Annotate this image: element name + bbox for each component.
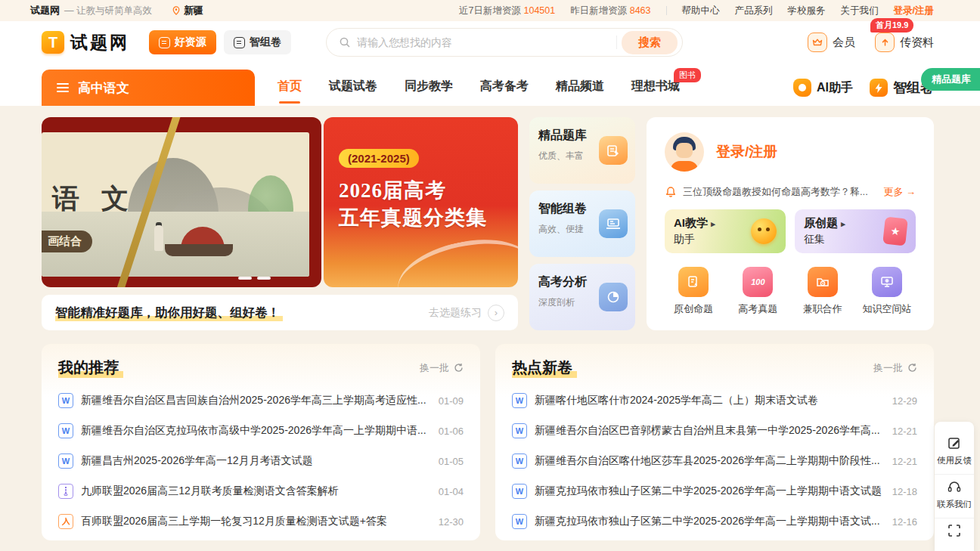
parttime-folder-clock-icon bbox=[808, 267, 838, 297]
section-my-recommendations: 我的推荐 换一批 W 新疆维吾尔自治区昌吉回族自治州2025-2026学年高三上… bbox=[42, 344, 480, 540]
premium-bank-corner-badge[interactable]: 精品题库 bbox=[921, 68, 980, 91]
member-button[interactable]: 会员 bbox=[808, 33, 855, 52]
section-hot-new-papers: 热点新卷 换一批 W 新疆喀什地区喀什市2024-2025学年高二（上）期末语文… bbox=[495, 344, 934, 540]
word-doc-icon: W bbox=[58, 423, 73, 438]
card-smart-paper[interactable]: 智能组卷 高效、便捷 bbox=[529, 190, 635, 257]
list-item[interactable]: 九师联盟2026届高三12月联考质量检测语文含答案解析 01-04 bbox=[58, 476, 464, 506]
login-register-button[interactable]: 登录/注册 bbox=[716, 142, 777, 162]
site-brand: 试题网 bbox=[30, 4, 60, 17]
card-gaokao-analysis[interactable]: 高考分析 深度剖析 bbox=[529, 264, 635, 330]
topbar-login-link[interactable]: 登录/注册 bbox=[894, 5, 934, 17]
promo-text: 智能精准好题库，助你用好题、组好卷！ bbox=[55, 305, 283, 321]
link-help-center[interactable]: 帮助中心 bbox=[682, 5, 720, 17]
nav-tabs: 首页 试题试卷 同步教学 高考备考 精品频道 理想书城图书 bbox=[278, 70, 680, 106]
quicklink-parttime[interactable]: 兼职合作 bbox=[795, 267, 850, 316]
list-item[interactable]: 百师联盟2026届高三上学期一轮复习12月质量检测语文试题+答案 12-30 bbox=[58, 506, 464, 537]
banner-carousel[interactable]: 语 文 画结合 (2021-2025) 2026届高考 五年真题分类集 bbox=[42, 117, 518, 287]
topbar: 试题网 — 让教与研简单高效 新疆 近7日新增资源 104501 昨日新增资源 … bbox=[0, 0, 980, 21]
knowledge-station-monitor-icon bbox=[872, 267, 902, 297]
list-item[interactable]: W 新疆喀什地区喀什市2024-2025学年高二（上）期末语文试卷 12-29 bbox=[512, 385, 917, 416]
feedback-pencil-icon bbox=[947, 435, 962, 450]
notice-bar[interactable]: 三位顶级命题教授如何命题高考数学？释... 更多 → bbox=[665, 185, 916, 199]
ai-mascot-icon bbox=[751, 218, 777, 244]
tab-home[interactable]: 首页 bbox=[278, 79, 302, 98]
word-doc-icon: W bbox=[512, 484, 527, 499]
headset-icon bbox=[947, 479, 962, 494]
list-item[interactable]: W 新疆昌吉州2025-2026学年高一12月月考语文试题 01-05 bbox=[58, 446, 464, 476]
banner-slide-gaokao[interactable]: (2021-2025) 2026届高考 五年真题分类集 bbox=[324, 117, 518, 287]
avatar[interactable] bbox=[665, 132, 704, 172]
tab-papers[interactable]: 试题试卷 bbox=[329, 79, 377, 98]
triangle-right-icon: ▸ bbox=[841, 219, 845, 228]
contact-us-button[interactable]: 联系我们 bbox=[935, 474, 974, 518]
list-item[interactable]: W 新疆维吾尔自治区昌吉回族自治州2025-2026学年高三上学期高考适应性..… bbox=[58, 385, 464, 416]
refresh-batch-button[interactable]: 换一批 bbox=[873, 361, 917, 375]
list-item[interactable]: W 新疆维吾尔自治区巴音郭楞蒙古自治州且末县第一中学2025-2026学年高..… bbox=[512, 416, 917, 446]
location-selector[interactable]: 新疆 bbox=[172, 4, 203, 17]
banner-slide-chinese[interactable]: 语 文 画结合 bbox=[42, 117, 321, 287]
ai-assistant-button[interactable]: AI助手 bbox=[793, 79, 853, 97]
star-book-icon: ★ bbox=[882, 217, 908, 246]
banner-tagline-badge: 画结合 bbox=[42, 231, 92, 252]
word-doc-icon: W bbox=[512, 514, 527, 529]
stat-yesterday: 昨日新增资源 8463 bbox=[570, 5, 650, 17]
good-resource-button[interactable]: 好资源 bbox=[149, 30, 216, 54]
word-doc-icon: W bbox=[58, 453, 73, 469]
upload-material-button[interactable]: 首月19.9 传资料 bbox=[875, 33, 934, 52]
main-content: 语 文 画结合 (2021-2025) 2026届高考 五年真题分类集 智能精准… bbox=[42, 117, 934, 540]
floating-sidebar: 使用反馈 联系我们 bbox=[935, 422, 974, 551]
question-bank-icon bbox=[599, 136, 628, 165]
notice-more-link[interactable]: 更多 → bbox=[883, 185, 916, 199]
link-school-service[interactable]: 学校服务 bbox=[788, 5, 826, 17]
card-premium-bank[interactable]: 精品题库 优质、丰富 bbox=[529, 117, 635, 184]
refresh-batch-button[interactable]: 换一批 bbox=[420, 361, 464, 375]
search-input[interactable] bbox=[357, 36, 616, 48]
link-product-series[interactable]: 产品系列 bbox=[735, 5, 773, 17]
chevron-right-icon: › bbox=[488, 305, 504, 321]
arrow-right-icon: → bbox=[906, 186, 916, 197]
stat-7days: 近7日新增资源 104501 bbox=[459, 5, 555, 17]
tab-book-city[interactable]: 理想书城图书 bbox=[631, 79, 680, 98]
notice-text: 三位顶级命题教授如何命题高考数学？释... bbox=[683, 185, 877, 199]
tab-gaokao-prep[interactable]: 高考备考 bbox=[480, 79, 529, 98]
quicklink-original-question[interactable]: 原创命题 bbox=[666, 267, 721, 316]
list-item[interactable]: W 新疆克拉玛依市独山子区第二中学2025-2026学年高一上学期期中语文试..… bbox=[512, 506, 917, 537]
carousel-indicators[interactable] bbox=[238, 277, 271, 280]
original-question-card[interactable]: 原创题 ▸ 征集 ★ bbox=[795, 209, 916, 253]
go-practice-link[interactable]: 去选题练习 › bbox=[429, 305, 504, 321]
feedback-button[interactable]: 使用反馈 bbox=[937, 431, 972, 474]
divider bbox=[616, 36, 617, 49]
logo-text: 试题网 bbox=[70, 31, 129, 54]
crown-icon bbox=[808, 33, 827, 52]
section-title: 我的推荐 bbox=[58, 358, 123, 378]
gaokao-paper-100-icon: 100 bbox=[743, 267, 773, 297]
search-button[interactable]: 搜索 bbox=[622, 31, 678, 54]
site-logo[interactable]: T 试题网 bbox=[42, 31, 129, 54]
list-item[interactable]: W 新疆维吾尔自治区喀什地区莎车县2025-2026学年高二上学期期中阶段性..… bbox=[512, 446, 917, 476]
list-item[interactable]: W 新疆维吾尔自治区克拉玛依市高级中学2025-2026学年高一上学期期中语..… bbox=[58, 416, 464, 446]
ai-assistant-icon bbox=[793, 79, 811, 97]
link-about-us[interactable]: 关于我们 bbox=[841, 5, 879, 17]
paper-icon bbox=[234, 37, 245, 48]
word-doc-icon: W bbox=[512, 453, 527, 469]
lightning-icon bbox=[870, 79, 888, 97]
tab-premium-channel[interactable]: 精品频道 bbox=[556, 79, 604, 98]
site-slogan: — 让教与研简单高效 bbox=[64, 5, 152, 17]
scan-qr-button[interactable] bbox=[935, 518, 974, 546]
promo-badge: 首月19.9 bbox=[870, 18, 913, 33]
upload-icon bbox=[875, 33, 895, 52]
tab-sync-teaching[interactable]: 同步教学 bbox=[405, 79, 453, 98]
list-item[interactable]: W 新疆克拉玛依市独山子区第二中学2025-2026学年高一上学期期中语文试题 … bbox=[512, 476, 917, 506]
banner-line2: 五年真题分类集 bbox=[339, 204, 518, 231]
quicklink-knowledge-station[interactable]: 知识空间站 bbox=[860, 267, 914, 316]
banner-years-pill: (2021-2025) bbox=[339, 149, 419, 168]
logo-t-icon: T bbox=[42, 31, 64, 54]
subject-selector-button[interactable]: 高中语文 bbox=[42, 70, 255, 106]
ai-teaching-card[interactable]: AI教学 ▸ 助手 bbox=[665, 209, 786, 253]
smart-paper-button[interactable]: 智组卷 bbox=[224, 30, 291, 54]
pie-chart-icon bbox=[599, 283, 628, 311]
main-nav: 高中语文 首页 试题试卷 同步教学 高考备考 精品频道 理想书城图书 AI助手 … bbox=[0, 63, 980, 106]
resource-icon bbox=[159, 37, 170, 48]
quicklink-gaokao-papers[interactable]: 100 高考真题 bbox=[730, 267, 785, 316]
pdf-file-icon bbox=[58, 514, 73, 529]
